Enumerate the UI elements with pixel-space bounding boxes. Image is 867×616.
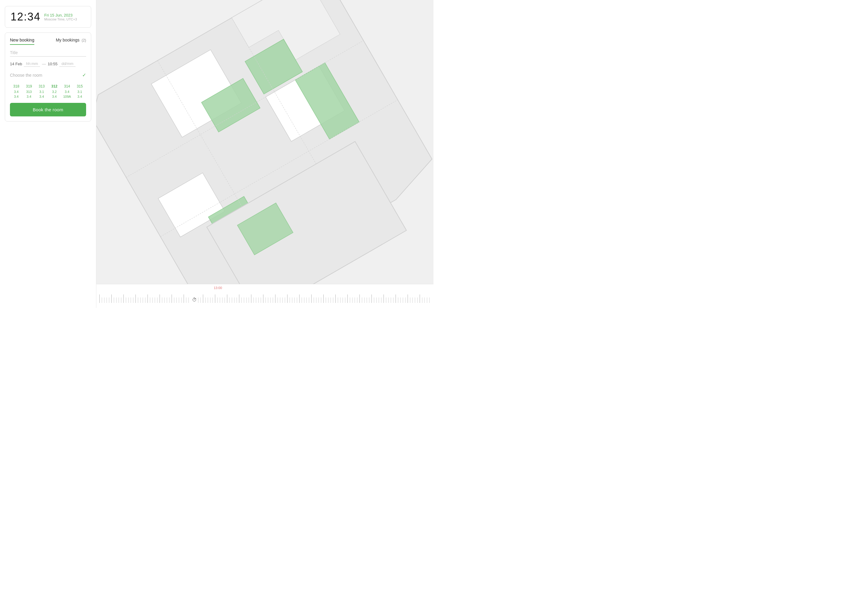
timeline-tick [241, 297, 244, 303]
timeline-tick [107, 297, 109, 303]
timeline-tick [145, 297, 148, 303]
timeline-tick [116, 297, 118, 303]
timeline-tick [345, 297, 347, 303]
timeline-tick [391, 297, 393, 303]
timeline-tick [236, 297, 239, 303]
timeline-tick [172, 294, 174, 303]
booking-card: New booking My bookings (2) 14 Feb — 10:… [5, 33, 91, 121]
rating2-315: 3.4 [74, 94, 86, 99]
timeline-tick [140, 297, 143, 303]
timeline-tick [306, 297, 309, 303]
timeline-tick [367, 297, 369, 303]
room-grid: 318 319 313 312 314 315 3.4 313 3.1 3.2 … [10, 83, 86, 99]
tab-my-bookings[interactable]: My bookings (2) [56, 38, 86, 45]
timeline-tick [244, 297, 246, 303]
timeline-tick [393, 297, 396, 303]
floor-plan-svg [96, 0, 434, 308]
timeline-tick [420, 294, 422, 303]
timeline-tick [184, 294, 186, 303]
room-319[interactable]: 319 [22, 83, 35, 89]
timeline-tick [136, 294, 138, 303]
timeline-tick [372, 294, 374, 303]
timeline-tick [429, 297, 430, 303]
timeline-tick [246, 297, 249, 303]
room-313[interactable]: 313 [35, 83, 48, 89]
end-date-input[interactable] [59, 61, 76, 67]
timeline-tick [181, 297, 184, 303]
rating-314: 3.4 [61, 90, 74, 94]
timeline-tick [359, 294, 362, 303]
rating2-319: 3.4 [22, 94, 35, 99]
tabs-row: New booking My bookings (2) [10, 38, 86, 45]
timeline-tick [388, 297, 391, 303]
rating-312: 3.2 [48, 90, 61, 94]
timeline-tick [251, 294, 254, 303]
timeline-tick [396, 294, 398, 303]
timeline-tick [234, 297, 236, 303]
timeline-tick [280, 297, 282, 303]
timeline-tick [338, 297, 340, 303]
room-dropdown-label: Choose the room [10, 73, 42, 78]
timeline-tick [123, 294, 126, 303]
timeline-tick [261, 297, 263, 303]
timeline-tick [374, 297, 376, 303]
timeline-tick [376, 297, 379, 303]
timeline-tick [177, 297, 179, 303]
left-panel: 12:34 Fri 15 Jun, 2023 Moscow Time, UTC+… [0, 0, 96, 308]
timeline-tick [203, 294, 205, 303]
timeline-tick [364, 297, 367, 303]
timeline-tick [342, 297, 345, 303]
timeline-tick [102, 297, 104, 303]
rating2-313: 3.4 [35, 94, 48, 99]
timeline-tick [297, 297, 299, 303]
timeline-tick [155, 297, 157, 303]
timeline-tick [309, 297, 311, 303]
room-314[interactable]: 314 [61, 83, 74, 89]
timeline-tick [263, 294, 265, 303]
timeline-tick [254, 297, 256, 303]
title-field-group [10, 49, 86, 57]
room-318[interactable]: 318 [10, 83, 22, 89]
timeline-tick [347, 294, 350, 303]
timeline-tick [167, 297, 169, 303]
timeline-tick [403, 297, 405, 303]
right-panel: 13:00 ⏱ [96, 0, 434, 308]
timeline-tick [121, 297, 123, 303]
timeline-tick [287, 294, 290, 303]
timeline-tick [333, 297, 335, 303]
tab-new-booking[interactable]: New booking [10, 38, 34, 45]
timeline-tick [386, 297, 388, 303]
end-time-value: 10:55 [47, 62, 57, 66]
timeline-tick [295, 297, 297, 303]
timeline-tick [410, 297, 412, 303]
timeline-tick [285, 297, 287, 303]
timeline-tick [405, 297, 408, 303]
rating-315: 3.1 [74, 90, 86, 94]
timeline-tick [164, 297, 167, 303]
start-time-input[interactable] [24, 61, 40, 67]
timeline-tick [208, 297, 210, 303]
rating-319-label[interactable]: 313 [22, 90, 35, 94]
timeline-tick [321, 297, 323, 303]
timeline-tick [265, 297, 268, 303]
timeline-tick [270, 297, 273, 303]
timeline-tick [157, 297, 159, 303]
timeline-tick [131, 297, 133, 303]
timeline-tick [128, 297, 131, 303]
book-room-button[interactable]: Book the room [10, 103, 86, 116]
date-label: 14 Feb [10, 62, 22, 66]
title-input[interactable] [10, 49, 86, 57]
room-315[interactable]: 315 [74, 83, 86, 89]
rating2-318: 3.4 [10, 94, 22, 99]
timeline-tick [290, 297, 292, 303]
timeline-tick [222, 297, 225, 303]
timeline-tick [186, 297, 188, 303]
room-312[interactable]: 312 [48, 83, 61, 89]
timeline-tick [412, 297, 415, 303]
timeline-tick [232, 297, 234, 303]
timeline-tick [210, 297, 213, 303]
timeline-tick [323, 294, 326, 303]
timeline-tick [355, 297, 357, 303]
room-dropdown[interactable]: Choose the room ✓ [10, 71, 86, 79]
rating-313: 3.1 [35, 90, 48, 94]
